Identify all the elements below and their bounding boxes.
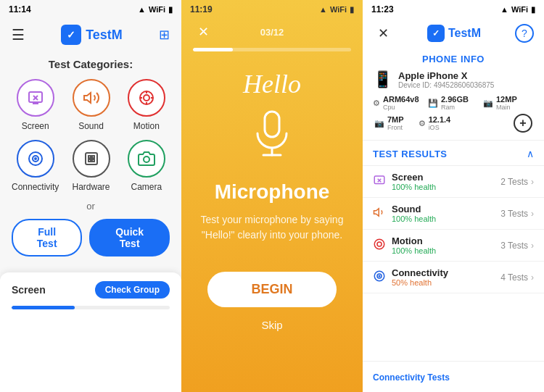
result-sound-arrow: ›	[531, 209, 534, 219]
hamburger-icon[interactable]: ☰	[12, 26, 25, 43]
battery-icon: ▮	[168, 5, 173, 14]
microphone-icon	[250, 108, 294, 166]
result-screen-right: 2 Tests ›	[500, 177, 534, 187]
result-screen-health: 100% health	[392, 183, 436, 191]
check-group-button[interactable]: Check Group	[95, 281, 170, 299]
navbar-1: ☰ ✓ TestM ⊞	[0, 19, 181, 51]
spec-cpu: ⚙ ARM64v8 Cpu	[373, 95, 424, 111]
help-button[interactable]: ?	[515, 24, 534, 43]
category-motion[interactable]: Motion	[123, 79, 170, 131]
add-spec-button[interactable]: +	[514, 114, 532, 133]
app-logo-3: ✓ TestM	[427, 25, 481, 42]
result-sound-info: Sound 100% health	[392, 204, 436, 223]
result-connectivity-left: Connectivity 50% health	[373, 267, 448, 287]
spec-ios: ⚙ 12.1.4 iOS	[419, 115, 451, 131]
ram-label: Ram	[441, 104, 469, 111]
svg-point-22	[374, 239, 384, 249]
logo-icon-1: ✓	[61, 25, 81, 45]
result-motion-health: 100% health	[392, 246, 436, 255]
result-motion[interactable]: Motion 100% health 3 Tests ›	[363, 230, 544, 262]
navbar-3: ✕ ✓ TestM ?	[363, 19, 544, 49]
connectivity-circle	[17, 140, 54, 178]
sound-circle	[73, 79, 110, 117]
app-logo-1: ✓ TestM	[61, 25, 123, 45]
result-screen-name: Screen	[392, 172, 436, 183]
grid-icon[interactable]: ⊞	[159, 27, 170, 43]
front-camera-value: 7MP	[387, 115, 404, 124]
category-camera[interactable]: Camera	[123, 140, 170, 192]
ram-icon: 💾	[428, 99, 438, 108]
result-connectivity[interactable]: Connectivity 50% health 4 Tests ›	[363, 262, 544, 293]
hardware-label: Hardware	[73, 182, 110, 192]
main-camera-label: Main	[496, 104, 517, 111]
result-screen-left: Screen 100% health	[373, 172, 436, 191]
front-camera-icon: 📷	[374, 119, 384, 128]
categories-title: Test Categories:	[12, 58, 170, 70]
category-sound[interactable]: Sound	[67, 79, 114, 131]
result-sound-right: 3 Tests ›	[500, 209, 534, 219]
svg-point-26	[379, 275, 380, 277]
progress-bar-container	[12, 306, 170, 309]
categories-grid: Screen Sound Motion Connec	[12, 79, 170, 192]
svg-marker-21	[374, 208, 379, 216]
result-connectivity-right: 4 Tests ›	[500, 272, 534, 283]
signal-icon-3: ▲	[500, 5, 508, 14]
logo-text-1: TestM	[86, 28, 123, 43]
full-test-button[interactable]: Full Test	[12, 219, 82, 257]
ios-value: 12.1.4	[429, 115, 451, 124]
screen-circle	[17, 79, 54, 117]
camera-circle	[128, 140, 165, 178]
svg-point-10	[35, 158, 36, 159]
ram-info: 2.96GB Ram	[441, 95, 469, 111]
signal-icon: ▲	[138, 5, 146, 14]
device-id: Device ID: 494528606036875	[398, 81, 494, 89]
mic-section: Hello Microphone Test your microphone by…	[181, 69, 363, 331]
close-button-3[interactable]: ✕	[373, 23, 393, 43]
result-connectivity-icon	[373, 270, 386, 285]
spec-ram: 💾 2.96GB Ram	[428, 95, 479, 111]
test-buttons: Full Test Quick Test	[12, 219, 170, 257]
svg-rect-12	[88, 156, 91, 158]
category-hardware[interactable]: Hardware	[67, 140, 114, 192]
result-connectivity-info: Connectivity 50% health	[392, 267, 448, 287]
result-connectivity-arrow: ›	[531, 272, 534, 283]
result-connectivity-name: Connectivity	[392, 267, 448, 278]
signal-icon-2: ▲	[319, 5, 327, 14]
collapse-icon[interactable]: ∧	[527, 148, 534, 159]
begin-button[interactable]: BEGIN	[207, 272, 336, 307]
wifi-icon-3: WiFi	[511, 5, 528, 14]
connectivity-tests-bar[interactable]: Connectivity Tests	[363, 361, 544, 392]
screen-label: Screen	[22, 121, 49, 131]
phone-model-name: Apple iPhone X	[398, 70, 494, 81]
skip-link[interactable]: Skip	[261, 319, 282, 331]
cpu-value: ARM64v8	[383, 95, 419, 104]
test-results-header: TEST RESULTS ∧	[363, 141, 544, 166]
result-sound-icon	[373, 206, 386, 222]
panel2-header: ✕ 03/12	[181, 19, 363, 48]
main-camera-icon: 📷	[483, 99, 493, 108]
time-3: 11:23	[371, 4, 394, 14]
progress-strip-fill	[193, 48, 233, 51]
result-sound-name: Sound	[392, 204, 436, 214]
result-screen-arrow: ›	[531, 177, 534, 187]
category-connectivity[interactable]: Connectivity	[12, 140, 59, 192]
or-divider: or	[12, 201, 170, 212]
result-sound-health: 100% health	[392, 214, 436, 223]
result-motion-arrow: ›	[531, 241, 534, 251]
camera-label: Camera	[131, 182, 162, 192]
progress-strip	[193, 48, 351, 51]
ios-label: iOS	[429, 124, 451, 131]
sound-label: Sound	[78, 121, 104, 131]
ram-value: 2.96GB	[441, 95, 469, 104]
motion-label: Motion	[133, 121, 160, 131]
status-bar-3: 11:23 ▲ WiFi ▮	[363, 0, 544, 19]
mic-title: Microphone	[215, 180, 330, 204]
panel-phone-info: 11:23 ▲ WiFi ▮ ✕ ✓ TestM ? PHONE INFO 📱 …	[363, 0, 544, 392]
result-sound[interactable]: Sound 100% health 3 Tests ›	[363, 198, 544, 230]
category-screen[interactable]: Screen	[12, 79, 59, 131]
result-screen[interactable]: Screen 100% health 2 Tests ›	[363, 166, 544, 198]
quick-test-button[interactable]: Quick Test	[89, 219, 170, 257]
status-bar-1: 11:14 ▲ WiFi ▮	[0, 0, 181, 19]
test-results-title: TEST RESULTS	[373, 149, 448, 159]
close-button[interactable]: ✕	[193, 22, 213, 42]
